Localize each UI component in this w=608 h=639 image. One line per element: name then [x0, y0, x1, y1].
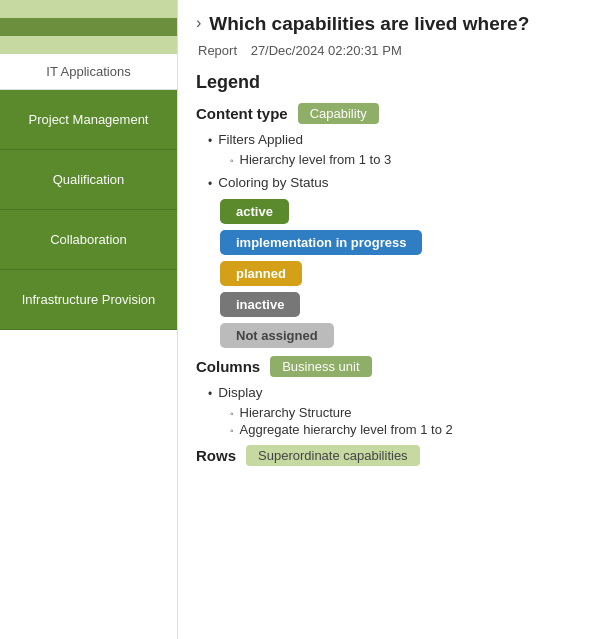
- sidebar-stripe-3: [0, 36, 177, 54]
- display-sub-list: ◦ Hierarchy Structure ◦ Aggregate hierar…: [230, 405, 590, 437]
- display-hierarchy-item: ◦ Hierarchy Structure: [230, 405, 590, 420]
- coloring-item: • Coloring by Status: [208, 175, 590, 191]
- content-type-row: Content type Capability: [196, 103, 590, 124]
- status-implementation-badge: implementation in progress: [220, 230, 422, 255]
- display-aggregate-label: Aggregate hierarchy level from 1 to 2: [240, 422, 453, 437]
- hierarchy-filter-item: ◦ Hierarchy level from 1 to 3: [230, 152, 590, 167]
- status-badges: active implementation in progress planne…: [220, 199, 590, 348]
- sidebar-item-label: Qualification: [53, 172, 125, 187]
- sidebar-stripes: [0, 0, 177, 54]
- filters-section: • Filters Applied ◦ Hierarchy level from…: [208, 132, 590, 167]
- rows-label: Rows: [196, 447, 236, 464]
- sidebar-stripe-1: [0, 0, 177, 18]
- chevron-right-icon[interactable]: ›: [196, 14, 201, 32]
- report-title: Which capabilities are lived where?: [209, 12, 529, 37]
- sidebar-item-qualification[interactable]: Qualification: [0, 150, 177, 210]
- columns-label: Columns: [196, 358, 260, 375]
- sidebar-item-label: IT Applications: [46, 64, 130, 79]
- filters-applied-item: • Filters Applied: [208, 132, 590, 148]
- display-aggregate-item: ◦ Aggregate hierarchy level from 1 to 2: [230, 422, 590, 437]
- sidebar-stripe-2: [0, 18, 177, 36]
- sidebar-item-project-management[interactable]: Project Management: [0, 90, 177, 150]
- report-header: › Which capabilities are lived where?: [196, 12, 590, 37]
- status-inactive-badge: inactive: [220, 292, 300, 317]
- columns-row: Columns Business unit: [196, 356, 590, 377]
- report-meta: Report 27/Dec/2024 02:20:31 PM: [196, 43, 590, 58]
- filters-applied-label: Filters Applied: [218, 132, 303, 147]
- bullet-dot-display: •: [208, 387, 212, 401]
- sidebar-item-collaboration[interactable]: Collaboration: [0, 210, 177, 270]
- display-section: • Display ◦ Hierarchy Structure ◦ Aggreg…: [208, 385, 590, 437]
- business-unit-badge: Business unit: [270, 356, 371, 377]
- sidebar-item-label: Project Management: [29, 112, 149, 127]
- display-label: Display: [218, 385, 262, 400]
- report-date: 27/Dec/2024 02:20:31 PM: [251, 43, 402, 58]
- coloring-label: Coloring by Status: [218, 175, 328, 190]
- content-type-label: Content type: [196, 105, 288, 122]
- status-planned-badge: planned: [220, 261, 302, 286]
- superordinate-badge: Superordinate capabilities: [246, 445, 420, 466]
- status-not-assigned-badge: Not assigned: [220, 323, 334, 348]
- sub-dot: ◦: [230, 155, 234, 166]
- sub-dot-1: ◦: [230, 408, 234, 419]
- sidebar-item-infrastructure-provision[interactable]: Infrastructure Provision: [0, 270, 177, 330]
- filters-sub-list: ◦ Hierarchy level from 1 to 3: [230, 152, 590, 167]
- display-hierarchy-label: Hierarchy Structure: [240, 405, 352, 420]
- sidebar-item-label: Collaboration: [50, 232, 127, 247]
- coloring-section: • Coloring by Status: [208, 175, 590, 191]
- sidebar-item-label: Infrastructure Provision: [22, 292, 156, 307]
- bullet-dot: •: [208, 134, 212, 148]
- legend-title: Legend: [196, 72, 590, 93]
- sub-dot-2: ◦: [230, 425, 234, 436]
- sidebar: IT Applications Project Management Quali…: [0, 0, 178, 639]
- bullet-dot-coloring: •: [208, 177, 212, 191]
- hierarchy-filter-label: Hierarchy level from 1 to 3: [240, 152, 392, 167]
- capability-badge: Capability: [298, 103, 379, 124]
- rows-row: Rows Superordinate capabilities: [196, 445, 590, 466]
- main-content: › Which capabilities are lived where? Re…: [178, 0, 608, 639]
- display-item: • Display: [208, 385, 590, 401]
- report-type: Report: [198, 43, 237, 58]
- status-active-badge: active: [220, 199, 289, 224]
- sidebar-item-it-applications[interactable]: IT Applications: [0, 54, 177, 90]
